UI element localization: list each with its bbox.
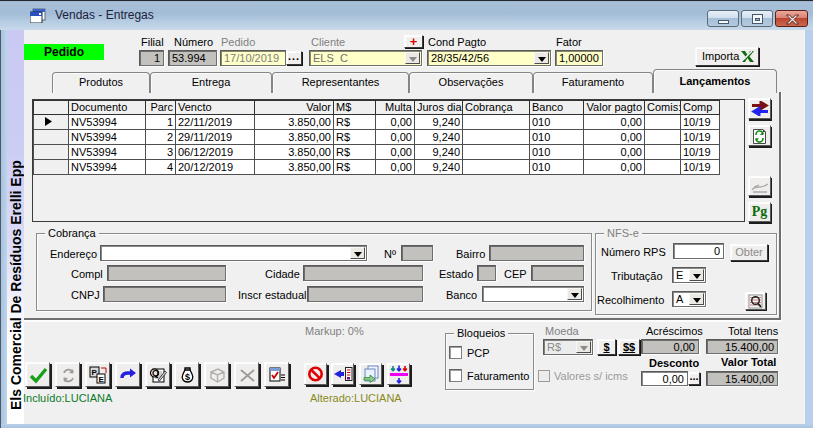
svg-text:$: $ <box>185 372 190 382</box>
svg-text:E: E <box>99 375 105 384</box>
svg-text:Q: Q <box>152 368 159 378</box>
